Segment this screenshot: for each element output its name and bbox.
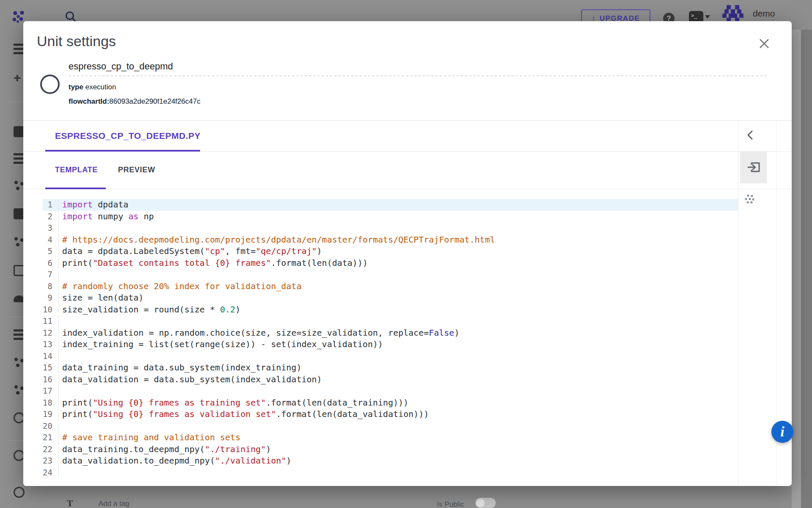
page-edge	[801, 30, 812, 508]
add-tag-field[interactable]: Add a tag	[99, 500, 129, 508]
unit-flowchart-row: flowchartId:86093a2de290f1e24f26c47c	[69, 97, 200, 106]
sidebar-divider	[8, 317, 24, 317]
code-row[interactable]: 20	[43, 420, 738, 432]
line-number: 23	[43, 455, 59, 467]
sidebar-divider	[8, 102, 24, 102]
line-number: 6	[43, 257, 59, 269]
line-number: 7	[43, 269, 59, 281]
code-line	[59, 269, 62, 281]
flowchart-id-label: flowchartId:	[69, 97, 109, 105]
line-number: 8	[43, 281, 59, 293]
line-number: 20	[43, 420, 59, 432]
flowchart-id-value: 86093a2de290f1e24f26c47c	[109, 97, 200, 105]
close-icon[interactable]	[758, 37, 771, 50]
code-line	[59, 420, 62, 432]
code-line: data_validation.to_deepmd_npy("./validat…	[59, 455, 291, 467]
code-row[interactable]: 22data_training.to_deepmd_npy("./trainin…	[43, 444, 738, 456]
code-row[interactable]: 13index_training = list(set(range(size))…	[43, 339, 738, 351]
code-line: print("Using {0} frames as training set"…	[59, 397, 409, 409]
code-row[interactable]: 18print("Using {0} frames as training se…	[43, 397, 738, 409]
code-line: print("Using {0} frames as validation se…	[59, 409, 429, 420]
line-number: 3	[43, 222, 59, 234]
code-row[interactable]: 7	[43, 269, 738, 281]
code-line: size = len(data)	[59, 292, 144, 304]
unit-settings-dialog: Unit settings espresso_cp_to_deepmd type…	[23, 21, 792, 486]
sidebar-icon-account[interactable]	[14, 487, 25, 498]
code-row[interactable]: 19print("Using {0} frames as validation …	[43, 409, 738, 420]
code-line: size_validation = round(size * 0.2)	[59, 304, 240, 316]
code-row[interactable]: 2import numpy as np	[43, 211, 738, 223]
unit-type-label: type	[69, 83, 83, 91]
line-number: 14	[43, 351, 59, 362]
line-number: 15	[43, 362, 59, 374]
line-number: 21	[43, 432, 59, 444]
tab-espresso-cp-to-deepmd-py[interactable]: ESPRESSO_CP_TO_DEEPMD.PY	[45, 120, 210, 151]
code-row[interactable]: 11	[43, 315, 738, 327]
tag-icon: T	[67, 498, 73, 508]
code-line: data_validation = data.sub_system(index_…	[59, 374, 322, 386]
drag-dots-icon[interactable]	[744, 193, 756, 205]
code-row[interactable]: 3	[43, 222, 738, 234]
code-line	[59, 222, 62, 234]
code-line	[59, 385, 62, 397]
unit-node-icon	[40, 75, 60, 94]
code-line: # save training and validation sets	[59, 432, 240, 444]
code-row[interactable]: 5data = dpdata.LabeledSystem("cp", fmt="…	[43, 246, 738, 257]
code-row[interactable]: 9size = len(data)	[43, 292, 738, 304]
code-editor[interactable]: 1import dpdata2import numpy as np34# htt…	[43, 199, 738, 478]
brand-logo-icon	[12, 10, 25, 24]
code-line: import numpy as np	[59, 211, 154, 223]
tab-template[interactable]: TEMPLATE	[45, 151, 107, 189]
line-number: 10	[43, 304, 59, 316]
line-number: 18	[43, 397, 59, 409]
code-row[interactable]: 17	[43, 385, 738, 397]
line-number: 5	[43, 246, 59, 257]
code-line: index_training = list(set(range(size)) -…	[59, 339, 383, 351]
code-row[interactable]: 21# save training and validation sets	[43, 432, 738, 444]
exit-to-app-icon	[746, 160, 761, 174]
line-number: 9	[43, 292, 59, 304]
info-icon: i	[780, 425, 784, 439]
code-line: data_training = data.sub_system(index_tr…	[59, 362, 302, 374]
file-tab-bar: ESPRESSO_CP_TO_DEEPMD.PY	[23, 120, 792, 152]
code-row[interactable]: 12index_validation = np.random.choice(si…	[43, 327, 738, 339]
line-number: 2	[43, 211, 59, 223]
code-row[interactable]: 6print("Dataset contains total {0} frame…	[43, 257, 738, 269]
is-public-toggle[interactable]	[475, 498, 496, 508]
line-number: 19	[43, 409, 59, 420]
code-line: index_validation = np.random.choice(size…	[59, 327, 459, 339]
code-row[interactable]: 15data_training = data.sub_system(index_…	[43, 362, 738, 374]
toggle-knob	[476, 499, 485, 507]
dialog-title: Unit settings	[37, 33, 116, 50]
code-row[interactable]: 14	[43, 351, 738, 362]
view-tab-bar: TEMPLATE PREVIEW	[23, 151, 792, 189]
rail-divider-left	[738, 121, 738, 486]
sidebar-divider	[8, 440, 24, 441]
line-number: 1	[43, 199, 59, 211]
code-row[interactable]: 23data_validation.to_deepmd_npy("./valid…	[43, 455, 738, 467]
terminal-dropdown-caret-icon[interactable]	[705, 15, 710, 19]
code-row[interactable]: 4# https://docs.deepmodeling.com/project…	[43, 234, 738, 246]
code-row[interactable]: 24	[43, 467, 738, 479]
line-number: 24	[43, 467, 59, 479]
open-in-panel-button[interactable]	[740, 151, 767, 183]
code-line: print("Dataset contains total {0} frames…	[59, 257, 368, 269]
page-scrollbar[interactable]	[792, 30, 801, 508]
code-row[interactable]: 8# randomly choose 20% index for validat…	[43, 281, 738, 293]
dashed-divider	[69, 75, 767, 76]
line-number: 16	[43, 374, 59, 386]
line-number: 4	[43, 234, 59, 246]
user-name[interactable]: demo	[753, 8, 775, 19]
code-line	[59, 467, 62, 479]
info-button[interactable]: i	[771, 421, 793, 443]
code-row[interactable]: 1import dpdata	[43, 199, 738, 211]
code-line: # https://docs.deepmodeling.com/projects…	[59, 234, 495, 246]
code-line: # randomly choose 20% index for validati…	[59, 281, 302, 293]
code-row[interactable]: 16data_validation = data.sub_system(inde…	[43, 374, 738, 386]
line-number: 13	[43, 339, 59, 351]
tab-preview[interactable]: PREVIEW	[108, 151, 165, 189]
unit-name: espresso_cp_to_deepmd	[69, 61, 173, 72]
code-line: data = dpdata.LabeledSystem("cp", fmt="q…	[59, 246, 322, 257]
collapse-chevron-icon[interactable]	[745, 130, 756, 141]
code-row[interactable]: 10size_validation = round(size * 0.2)	[43, 304, 738, 316]
